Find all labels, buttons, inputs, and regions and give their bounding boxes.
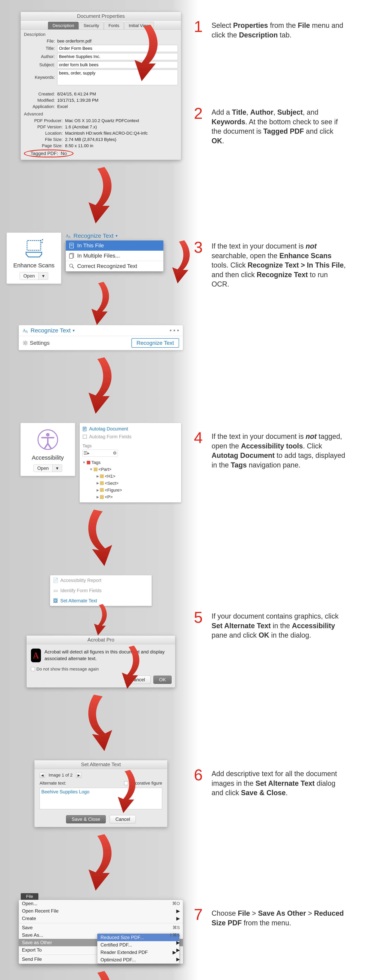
menu-open[interactable]: Open...⌘O (19, 900, 183, 907)
step-6-text: Add descriptive text for all the documen… (211, 768, 347, 798)
submenu-optimized[interactable]: Optimized PDF... (97, 956, 179, 964)
tags-tree: ▼Tags ▼<Part> ▶<H1> ▶<Sect> ▶<Figure> ▶<… (83, 459, 178, 500)
svg-point-2 (41, 242, 43, 243)
open-dropdown[interactable]: Open▾ (33, 465, 62, 472)
svg-line-23 (24, 344, 24, 345)
tree-sect[interactable]: ▶<Sect> (83, 480, 178, 487)
step-3-text: If the text in your document is not sear… (211, 240, 347, 289)
next-image-button[interactable]: ▶ (76, 772, 81, 778)
alt-text-input[interactable]: Beehive Supplies Logo (40, 788, 162, 809)
file-value: bee orderform.pdf (57, 38, 92, 44)
tags-toolbar[interactable]: ☰▸⚙ (83, 450, 118, 457)
svg-text:A: A (25, 330, 28, 333)
filesize-label: File Size: (24, 137, 65, 142)
menu-in-this-file[interactable]: In This File (66, 240, 164, 251)
prev-image-button[interactable]: ◀ (40, 772, 45, 778)
ok-button[interactable]: OK (153, 676, 171, 684)
submenu-reduced-size[interactable]: Reduced Size PDF... (97, 934, 179, 941)
submenu-reader-extended[interactable]: Reader Extended PDF▶ (97, 949, 179, 956)
cancel-button[interactable]: Cancel (110, 815, 136, 823)
identify-form-fields-item: ▭Identify Form Fields (50, 585, 152, 596)
accessibility-panel: Autotag Document Autotag Form Fields Tag… (79, 423, 181, 503)
arrow-icon (117, 646, 145, 689)
settings-link[interactable]: Settings (23, 338, 49, 348)
accessibility-actions-list: 📄Accessibility Report ▭Identify Form Fie… (50, 575, 152, 606)
dialog-title: Set Alternate Text (35, 760, 167, 769)
arrow-icon (168, 240, 195, 283)
location-label: Location: (24, 131, 65, 136)
arrow-icon (83, 833, 119, 892)
recognize-text-header[interactable]: AA Recognize Text ▾ (66, 232, 164, 239)
step-number: 5 (194, 610, 211, 640)
pages-icon (69, 253, 75, 259)
arrow-icon (83, 970, 119, 980)
recognize-text-toolbar: AA Recognize Text ▾ • • • Settings Recog… (19, 325, 183, 350)
step-2-text: Add a Title, Author, Subject, and Keywor… (211, 107, 347, 146)
dont-show-checkbox[interactable]: Do not show this message again (27, 667, 175, 674)
step-7-text: Choose File > Save As Other > Reduced Si… (211, 907, 347, 928)
pagesize-label: Page Size: (24, 143, 65, 148)
enhance-scans-tool[interactable]: Enhance Scans Open▾ (6, 232, 61, 284)
tree-h1[interactable]: ▶<H1> (83, 473, 178, 480)
filesize-value: 2.74 MB (2,874,613 Bytes) (65, 137, 116, 142)
step-number: 1 (194, 20, 211, 40)
set-alternate-text-dialog: Set Alternate Text ◀ Image 1 of 2 ▶ Alte… (34, 760, 167, 827)
file-menu-label[interactable]: File (21, 893, 38, 900)
version-value: 1.6 (Acrobat 7.x) (65, 124, 97, 130)
created-value: 8/24/15, 6:41:24 PM (57, 92, 96, 97)
author-label: Author: (24, 54, 57, 59)
arrow-icon (129, 24, 165, 82)
menu-correct-text[interactable]: Correct Recognized Text (66, 261, 164, 271)
toolbar-title: Recognize Text (30, 327, 71, 334)
accessibility-report-item: 📄Accessibility Report (50, 575, 152, 585)
svg-line-20 (24, 341, 24, 342)
menu-create[interactable]: Create▶ (19, 915, 183, 922)
svg-rect-0 (27, 240, 41, 250)
acrobat-icon: A (31, 649, 41, 662)
gear-icon (23, 340, 28, 345)
menu-multiple-files[interactable]: In Multiple Files... (66, 251, 164, 261)
tree-root[interactable]: ▼Tags (83, 459, 178, 466)
modified-label: Modified: (24, 98, 57, 103)
svg-line-12 (72, 267, 74, 268)
svg-point-11 (70, 264, 73, 267)
alt-text-label: Alternate text: (40, 781, 66, 786)
tool-name: Accessibility (32, 454, 64, 461)
scanner-icon (22, 239, 46, 258)
tree-figure[interactable]: ▶<Figure> (83, 487, 178, 493)
menu-save[interactable]: Save⌘S (19, 924, 183, 931)
svg-point-15 (24, 342, 26, 344)
step-number: 2 (194, 107, 211, 146)
modified-value: 10/17/15, 1:39:28 PM (57, 98, 98, 103)
menu-open-recent[interactable]: Open Recent File▶ (19, 907, 183, 915)
autotag-document-button[interactable]: Autotag Document (83, 425, 178, 433)
more-icon[interactable]: • • • (170, 327, 179, 334)
tags-heading: Tags (83, 443, 178, 449)
file-label: File: (24, 38, 57, 44)
tool-name: Enhance Scans (13, 262, 54, 269)
created-label: Created: (24, 92, 57, 97)
recognize-text-menu: In This File In Multiple Files... Correc… (66, 240, 164, 272)
image-counter: Image 1 of 2 (49, 773, 73, 778)
application-value: Excel (57, 104, 68, 109)
svg-text:A: A (68, 235, 71, 239)
svg-rect-27 (83, 435, 87, 439)
tab-description[interactable]: Description (48, 22, 79, 29)
text-icon: AA (66, 233, 71, 239)
form-icon (83, 434, 87, 439)
acrobat-dialog: Acrobat Pro A Acrobat will detect all fi… (27, 635, 175, 687)
step-number: 3 (194, 240, 211, 289)
save-close-button[interactable]: Save & Close (66, 815, 106, 823)
tree-p[interactable]: ▶<P> (83, 493, 178, 500)
step-number: 4 (194, 431, 211, 470)
tab-fonts[interactable]: Fonts (104, 22, 124, 29)
svg-rect-10 (69, 254, 73, 258)
tree-part[interactable]: ▼<Part> (83, 466, 178, 473)
recognize-text-button[interactable]: Recognize Text (132, 338, 179, 348)
submenu-certified[interactable]: Certified PDF... (97, 941, 179, 949)
alt-text-icon: 🖼 (53, 598, 58, 603)
file-menu: File Open...⌘O Open Recent File▶ Create▶… (19, 900, 183, 964)
open-dropdown[interactable]: Open▾ (20, 272, 48, 280)
accessibility-tool[interactable]: Accessibility Open▾ (21, 423, 75, 476)
tab-security[interactable]: Security (79, 22, 103, 29)
